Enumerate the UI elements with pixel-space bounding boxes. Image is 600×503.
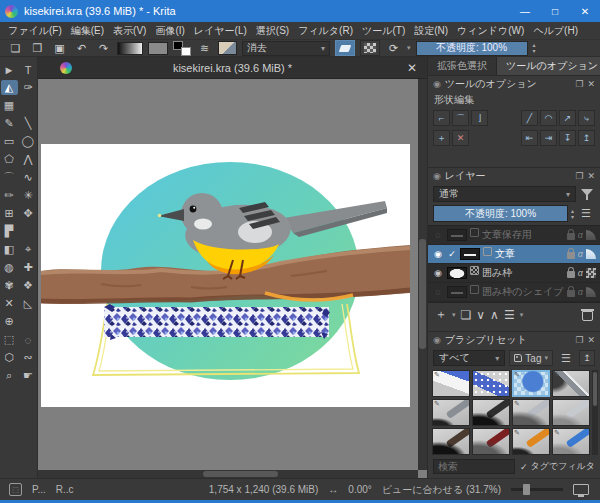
inherit-alpha-icon[interactable] bbox=[586, 230, 596, 240]
preserve-alpha-button[interactable] bbox=[360, 40, 380, 56]
ellipse-tool[interactable]: ◯ bbox=[20, 134, 37, 149]
tag-button[interactable]: Tag ▾ bbox=[509, 350, 553, 366]
corner-node-icon[interactable]: ⌐ bbox=[433, 110, 450, 126]
brush-preset[interactable]: ✎ bbox=[512, 428, 550, 455]
gradient-tool[interactable]: ◧ bbox=[1, 242, 18, 257]
polygon-tool[interactable]: ⬠ bbox=[1, 152, 18, 167]
menu-layer[interactable]: レイヤー(L) bbox=[194, 24, 247, 38]
scrollbar-handle[interactable] bbox=[593, 372, 597, 406]
edit-brush-settings-button[interactable] bbox=[218, 41, 237, 55]
minimize-button[interactable]: — bbox=[510, 0, 540, 22]
multibrush-tool[interactable]: ✳ bbox=[20, 188, 37, 203]
line-point-icon[interactable]: ↗ bbox=[559, 110, 576, 126]
float-docker-icon[interactable]: ❐ bbox=[575, 335, 583, 345]
assistants-tool[interactable]: ✕ bbox=[1, 296, 18, 311]
menu-edit[interactable]: 編集(E) bbox=[71, 24, 104, 38]
menu-filter[interactable]: フィルタ(R) bbox=[298, 24, 353, 38]
inherit-alpha-icon[interactable] bbox=[586, 249, 596, 259]
lock-icon[interactable] bbox=[567, 290, 575, 297]
brush-preset[interactable] bbox=[432, 428, 470, 455]
menu-window[interactable]: ウィンドウ(W) bbox=[457, 24, 524, 38]
pattern-chooser[interactable] bbox=[148, 42, 168, 55]
lock-icon[interactable] bbox=[567, 252, 575, 259]
close-button[interactable]: ✕ bbox=[570, 0, 600, 22]
canvas-horizontal-scrollbar[interactable] bbox=[38, 470, 418, 478]
brush-preset[interactable]: ✎ bbox=[512, 399, 550, 426]
float-docker-icon[interactable]: ❐ bbox=[575, 79, 583, 89]
brush-preset[interactable]: ✎ bbox=[432, 399, 470, 426]
new-document-icon[interactable]: ❏ bbox=[7, 41, 24, 56]
alpha-lock-icon[interactable]: α bbox=[578, 249, 583, 259]
segment-line-icon[interactable]: ╱ bbox=[521, 110, 538, 126]
opacity-spinner[interactable]: ▴ ▾ bbox=[533, 42, 536, 54]
layer-opacity-slider[interactable]: 不透明度: 100% bbox=[433, 205, 568, 222]
close-docker-icon[interactable]: ✕ bbox=[587, 335, 595, 345]
delete-layer-button[interactable] bbox=[582, 309, 593, 321]
polygon-select-tool[interactable]: ⬡ bbox=[1, 350, 18, 365]
selection-mode-icon[interactable]: ⬚ bbox=[9, 483, 22, 496]
move-layer-down-button[interactable]: ∨ bbox=[476, 308, 485, 322]
layer-row[interactable]: ◌ 文章保存用 α bbox=[428, 226, 600, 245]
redo-icon[interactable]: ↷ bbox=[95, 41, 112, 56]
smooth-node-icon[interactable]: ⌒ bbox=[452, 110, 469, 126]
pattern-fill-tool[interactable]: ❖ bbox=[20, 278, 37, 293]
inherit-alpha-icon[interactable] bbox=[586, 287, 596, 297]
brush-preset-history-icon[interactable]: ≋ bbox=[196, 41, 213, 56]
split-points-icon[interactable]: ↥ bbox=[578, 130, 595, 146]
preset-display-menu-icon[interactable]: ☰ bbox=[557, 350, 575, 366]
spin-down-icon[interactable]: ▾ bbox=[533, 48, 536, 54]
join-segment-icon[interactable]: ⇥ bbox=[540, 130, 557, 146]
move-layer-up-button[interactable]: ∧ bbox=[490, 308, 499, 322]
fill-tool[interactable]: ◍ bbox=[1, 260, 18, 275]
pattern-edit-tool[interactable]: ▦ bbox=[1, 98, 18, 113]
close-docker-icon[interactable]: ✕ bbox=[587, 171, 595, 181]
move-tool[interactable]: ✥ bbox=[20, 206, 37, 221]
tag-filter-checkbox[interactable]: ✓ タグでフィルタ bbox=[520, 460, 595, 473]
rotation-angle[interactable]: 0.00° bbox=[348, 484, 371, 495]
chevron-down-icon[interactable]: ▾ bbox=[407, 44, 411, 52]
calligraphy-tool[interactable]: ✑ bbox=[20, 80, 37, 95]
merge-points-icon[interactable]: ↧ bbox=[559, 130, 576, 146]
edit-shapes-tool[interactable]: ◭ bbox=[1, 80, 18, 95]
layer-row-selected[interactable]: ◉ ✓ 文章 α bbox=[428, 245, 600, 264]
duplicate-layer-button[interactable]: ❏ bbox=[461, 308, 472, 322]
text-tool[interactable]: T bbox=[20, 62, 37, 77]
menu-image[interactable]: 画像(I) bbox=[155, 24, 184, 38]
transform-tool[interactable]: ⊞ bbox=[1, 206, 18, 221]
close-docker-icon[interactable]: ✕ bbox=[587, 79, 595, 89]
tab-tool-options[interactable]: ツールのオプション bbox=[497, 57, 600, 75]
preset-search-input[interactable] bbox=[433, 459, 515, 474]
layer-options-menu-icon[interactable]: ☰ bbox=[577, 206, 595, 222]
undo-icon[interactable]: ↶ bbox=[73, 41, 90, 56]
opacity-slider[interactable]: 不透明度: 100% bbox=[416, 41, 528, 56]
curve-point-icon[interactable]: ⤷ bbox=[578, 110, 595, 126]
layer-row[interactable]: ◌ 囲み枠のシェイプ α bbox=[428, 283, 600, 302]
blending-mode-dropdown[interactable]: 消去 ▾ bbox=[242, 41, 330, 56]
menu-select[interactable]: 選択(S) bbox=[256, 24, 289, 38]
gradient-chooser[interactable] bbox=[117, 42, 143, 55]
line-tool[interactable]: ╲ bbox=[20, 116, 37, 131]
alpha-lock-icon[interactable]: α bbox=[578, 287, 583, 297]
tab-advanced-color-selector[interactable]: 拡張色選択 bbox=[428, 57, 497, 75]
preset-grid-scrollbar[interactable] bbox=[592, 370, 598, 455]
rectangle-tool[interactable]: ▭ bbox=[1, 134, 18, 149]
visibility-on-icon[interactable]: ◉ bbox=[432, 249, 444, 259]
rotation-icon[interactable]: ↔ bbox=[328, 484, 338, 495]
alpha-lock-icon[interactable]: α bbox=[578, 230, 583, 240]
brush-preset[interactable] bbox=[472, 399, 510, 426]
freehand-path-tool[interactable]: ∿ bbox=[20, 170, 37, 185]
scrollbar-handle[interactable] bbox=[203, 471, 278, 477]
canvas-vertical-scrollbar[interactable] bbox=[418, 79, 427, 470]
measure-tool[interactable]: ◺ bbox=[20, 296, 37, 311]
reload-preset-icon[interactable]: ⟳ bbox=[385, 41, 402, 56]
menu-settings[interactable]: 設定(N) bbox=[414, 24, 448, 38]
layer-filter-icon[interactable] bbox=[579, 187, 595, 201]
visibility-on-icon[interactable]: ◉ bbox=[432, 268, 444, 278]
document-tab[interactable]: kisekirei.kra (39.6 MiB) * ✕ bbox=[38, 57, 427, 79]
symmetric-node-icon[interactable]: ⌋ bbox=[471, 110, 488, 126]
zoom-tool[interactable]: ⌕ bbox=[1, 368, 18, 383]
brush-preset[interactable] bbox=[552, 399, 590, 426]
alpha-inherit-checker-icon[interactable] bbox=[586, 268, 596, 278]
zoom-slider-handle[interactable] bbox=[523, 484, 530, 495]
reference-images-tool[interactable]: ⊕ bbox=[1, 314, 18, 329]
